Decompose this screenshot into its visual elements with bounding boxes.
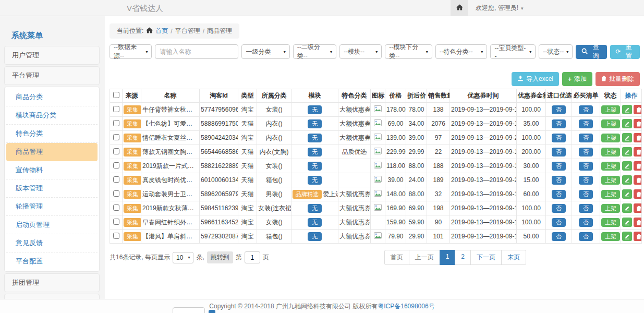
status-badge[interactable]: 上架 [601,204,620,213]
must-buy-toggle[interactable]: 否 [579,119,593,128]
user-menu[interactable]: 欢迎您, 管理员! ▾ [468,0,531,16]
icp-link[interactable]: 粤ICP备16098006号 [378,303,434,310]
pager-first[interactable]: 首页 [384,250,409,265]
sidebar-subitem-8[interactable]: 意见反馈 [6,234,98,252]
delete-button[interactable] [634,105,642,114]
import-optional-toggle[interactable]: 否 [552,119,566,128]
pager-prev[interactable]: 上一页 [409,250,440,265]
import-optional-toggle[interactable]: 否 [552,176,566,185]
edit-button[interactable] [622,147,632,156]
row-checkbox[interactable] [113,219,119,225]
delete-button[interactable] [634,203,642,213]
must-buy-toggle[interactable]: 否 [579,218,593,227]
sidebar-subitem-9[interactable]: 平台配置 [6,252,98,270]
import-optional-toggle[interactable]: 否 [552,232,566,241]
row-checkbox[interactable] [113,134,119,140]
row-checkbox[interactable] [113,120,119,126]
module-badge[interactable]: 无 [308,218,322,227]
edit-button[interactable] [622,133,632,142]
module-subcategory-select[interactable]: --模块下分类--▾ [385,44,432,59]
edit-button[interactable] [622,203,632,213]
must-buy-toggle[interactable]: 否 [579,162,593,171]
sidebar-subitem-0[interactable]: 商品分类 [6,88,98,106]
row-checkbox[interactable] [113,106,119,112]
edit-button[interactable] [622,105,632,114]
row-checkbox[interactable] [113,233,119,239]
pager-page-2[interactable]: 2 [455,250,471,265]
sidebar-subitem-4[interactable]: 宣传物料 [6,161,98,179]
row-checkbox[interactable] [113,162,119,168]
must-buy-toggle[interactable]: 否 [579,105,593,114]
search-button[interactable]: 查询 [576,45,606,59]
reset-button[interactable]: ⟳重置 [610,45,640,59]
import-optional-toggle[interactable]: 否 [552,134,566,142]
sidebar-subitem-2[interactable]: 特色分类 [6,125,98,143]
name-input[interactable] [155,44,238,59]
import-optional-toggle[interactable]: 否 [552,105,566,114]
import-optional-toggle[interactable]: 否 [552,190,566,199]
module-badge[interactable]: 无 [308,162,322,171]
module-badge[interactable]: 无 [308,119,322,128]
sidebar-subitem-7[interactable]: 启动页管理 [6,216,98,234]
must-buy-toggle[interactable]: 否 [579,204,593,213]
delete-button[interactable] [634,175,642,185]
module-badge[interactable]: 无 [308,148,322,156]
module-badge[interactable]: 无 [308,134,322,142]
sidebar-item-bottom-0[interactable]: 拼团管理 [4,273,100,292]
import-optional-toggle[interactable]: 否 [552,148,566,156]
status-badge[interactable]: 上架 [601,190,620,199]
edit-button[interactable] [622,175,632,185]
breadcrumb-home-link[interactable]: 首页 [155,27,168,35]
data-source-select[interactable]: --数据来源--▾ [110,44,152,59]
page-number-input[interactable] [245,251,260,263]
module-badge[interactable]: 无 [308,176,322,185]
delete-button[interactable] [634,119,642,128]
status-badge[interactable]: 上架 [601,148,620,156]
status-badge[interactable]: 上架 [601,218,620,227]
edit-button[interactable] [622,161,632,171]
must-buy-toggle[interactable]: 否 [579,176,593,185]
sidebar-subitem-1[interactable]: 模块商品分类 [6,106,98,125]
module-badge[interactable]: 品牌精选 [293,190,322,199]
delete-button[interactable] [634,161,642,171]
home-button[interactable] [451,0,468,16]
import-excel-button[interactable]: 导入excel [512,72,559,86]
feature-category-select[interactable]: --特色分类--▾ [435,44,488,59]
module-badge[interactable]: 无 [308,232,322,241]
batch-delete-button[interactable]: 批量删除 [596,72,640,86]
edit-button[interactable] [622,119,632,128]
status-badge[interactable]: 上架 [601,232,620,241]
module-select[interactable]: --模块--▾ [339,44,382,59]
pager-page-1[interactable]: 1 [440,250,456,265]
row-checkbox[interactable] [113,190,119,197]
add-button[interactable]: + 添加 [562,72,592,86]
status-badge[interactable]: 上架 [601,119,620,128]
import-optional-toggle[interactable]: 否 [552,204,566,213]
module-badge[interactable]: 无 [308,204,322,213]
status-select[interactable]: --状态--▾ [539,44,573,59]
sidebar-subitem-6[interactable]: 轮播管理 [6,198,98,216]
jump-button[interactable]: 跳转到 [207,251,233,263]
sidebar-item-top-0[interactable]: 用户管理 [4,46,100,65]
must-buy-toggle[interactable]: 否 [579,134,593,142]
sidebar-subitem-3[interactable]: 商品管理 [6,143,98,161]
status-badge[interactable]: 上架 [601,162,620,171]
edit-button[interactable] [622,218,632,227]
sidebar-item-top-1[interactable]: 平台管理 [4,66,100,85]
must-buy-toggle[interactable]: 否 [579,190,593,199]
delete-button[interactable] [634,133,642,142]
row-checkbox[interactable] [113,148,119,154]
status-badge[interactable]: 上架 [601,176,620,185]
edit-button[interactable] [622,189,632,199]
delete-button[interactable] [634,189,642,199]
status-badge[interactable]: 上架 [601,134,620,142]
delete-button[interactable] [634,147,642,156]
status-badge[interactable]: 上架 [601,105,620,114]
pager-last[interactable]: 末页 [501,250,526,265]
level1-category-select[interactable]: 一级分类▾ [241,44,289,59]
import-optional-toggle[interactable]: 否 [552,162,566,171]
must-buy-toggle[interactable]: 否 [579,232,593,241]
level2-category-select[interactable]: --二级分类--▾ [293,44,336,59]
delete-button[interactable] [634,232,642,241]
select-all-checkbox[interactable] [113,92,119,98]
